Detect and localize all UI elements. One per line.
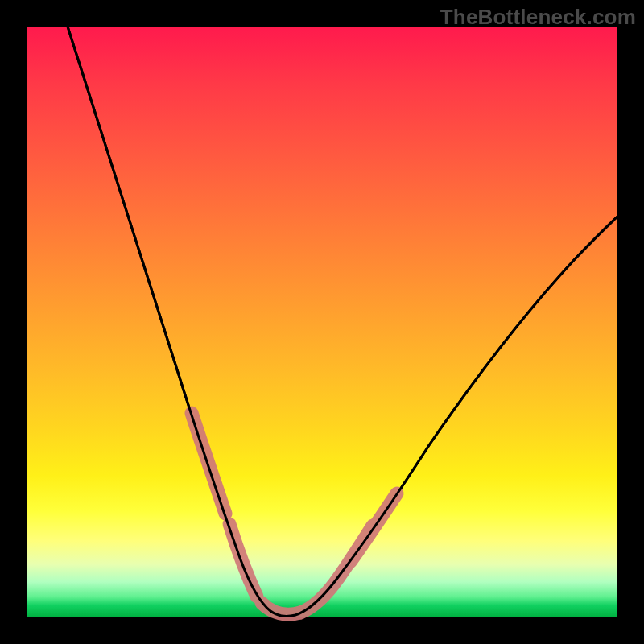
curve-path <box>68 27 617 616</box>
bottleneck-curve <box>27 27 617 617</box>
highlight-markers <box>192 413 397 614</box>
plot-area <box>27 27 617 617</box>
curve-overDraw <box>68 27 617 616</box>
chart-frame: TheBottleneck.com <box>0 0 644 644</box>
